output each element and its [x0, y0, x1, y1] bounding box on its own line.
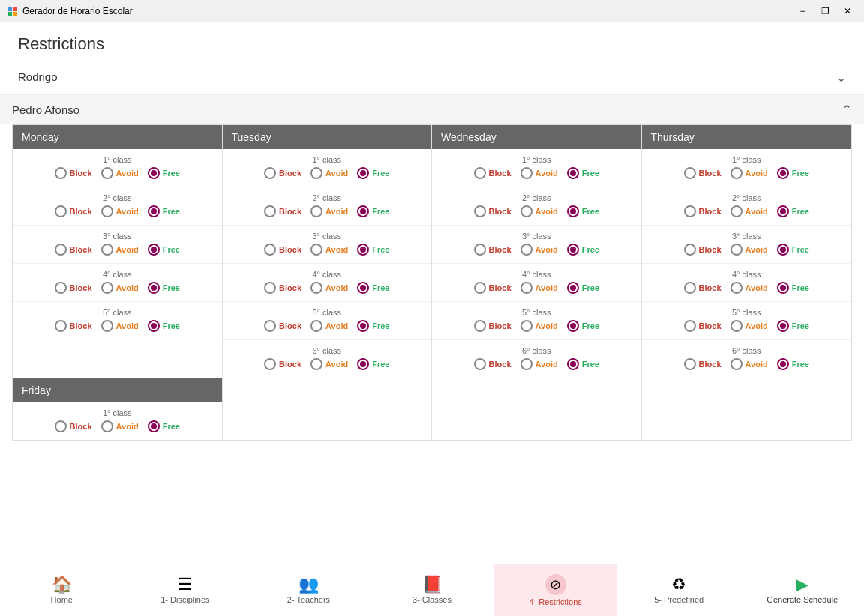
wednesday-slot-2: 2° class Block Avoid Free [432, 187, 641, 226]
wednesday-1-block-radio[interactable] [474, 167, 486, 179]
tuesday-5-free-radio[interactable] [357, 320, 369, 332]
wednesday-5-block-radio[interactable] [474, 320, 486, 332]
minimize-button[interactable]: − [792, 4, 813, 19]
thursday-2-avoid-radio[interactable] [730, 205, 742, 217]
monday-2-avoid-radio[interactable] [101, 205, 113, 217]
friday-1-free-radio[interactable] [148, 420, 160, 432]
tuesday-4-avoid-radio[interactable] [310, 282, 322, 294]
wednesday-1-avoid-radio[interactable] [520, 167, 532, 179]
monday-3-avoid-radio[interactable] [101, 244, 113, 256]
wednesday-6-block-radio[interactable] [474, 358, 486, 370]
section-header: Pedro Afonso ⌃ [0, 95, 864, 124]
monday-3-block-radio[interactable] [55, 244, 67, 256]
teacher-dropdown[interactable]: Rodrigo Pedro Afonso [12, 66, 852, 88]
thursday-slot-4: 4° class Block Avoid Free [642, 264, 852, 302]
thursday-5-free-radio[interactable] [777, 320, 789, 332]
monday-3-radio-group: Block Avoid Free [55, 244, 180, 256]
thursday-slot-2: 2° class Block Avoid Free [642, 187, 852, 226]
teacher-dropdown-row: Rodrigo Pedro Afonso ⌄ [0, 60, 864, 95]
tuesday-1-avoid-radio[interactable] [310, 167, 322, 179]
monday-4-block-radio[interactable] [55, 282, 67, 294]
monday-5-avoid-radio[interactable] [101, 320, 113, 332]
nav-teachers-label: 2- Teachers [287, 595, 330, 604]
tuesday-2-avoid-radio[interactable] [310, 205, 322, 217]
thursday-1-avoid-radio[interactable] [730, 167, 742, 179]
tuesday-1-free-radio[interactable] [357, 167, 369, 179]
wednesday-slot-4: 4° class Block Avoid Free [432, 264, 641, 302]
tuesday-3-block-radio[interactable] [264, 244, 276, 256]
monday-5-block-radio[interactable] [55, 320, 67, 332]
friday-1-avoid-radio[interactable] [101, 420, 113, 432]
monday-4-avoid-radio[interactable] [101, 282, 113, 294]
tuesday-4-block-radio[interactable] [264, 282, 276, 294]
tuesday-2-free-radio[interactable] [357, 205, 369, 217]
thursday-5-avoid-radio[interactable] [730, 320, 742, 332]
wednesday-2-free-radio[interactable] [567, 205, 579, 217]
thursday-6-free-radio[interactable] [777, 358, 789, 370]
wednesday-2-avoid-radio[interactable] [520, 205, 532, 217]
tuesday-slot-2: 2° class Block Avoid Free [223, 187, 432, 226]
tuesday-1-block-radio[interactable] [264, 167, 276, 179]
monday-3-free-radio[interactable] [148, 244, 160, 256]
monday-1-free-radio[interactable] [148, 167, 160, 179]
wednesday-4-free-radio[interactable] [567, 282, 579, 294]
thursday-6-avoid-radio[interactable] [730, 358, 742, 370]
nav-predefined[interactable]: ♻ 5- Predefined [617, 564, 741, 616]
nav-teachers[interactable]: 👥 2- Teachers [247, 564, 370, 616]
nav-home[interactable]: 🏠 Home [0, 564, 124, 616]
wednesday-1-free-radio[interactable] [567, 167, 579, 179]
tuesday-2-block-radio[interactable] [264, 205, 276, 217]
nav-classes[interactable]: 📕 3- Classes [370, 564, 494, 616]
wednesday-6-free-radio[interactable] [567, 358, 579, 370]
wednesday-4-avoid-radio[interactable] [520, 282, 532, 294]
monday-2-free-radio[interactable] [148, 205, 160, 217]
thursday-1-free-radio[interactable] [777, 167, 789, 179]
thursday-1-block-radio[interactable] [684, 167, 696, 179]
thursday-2-free-radio[interactable] [777, 205, 789, 217]
wednesday-4-block-radio[interactable] [474, 282, 486, 294]
monday-2-block-radio[interactable] [55, 205, 67, 217]
tuesday-slot-1: 1° class Block Avoid Free [223, 149, 432, 187]
thursday-4-avoid-radio[interactable] [730, 282, 742, 294]
day-header-monday: Monday [13, 125, 222, 149]
tuesday-slot-3: 3° class Block Avoid Free [223, 226, 432, 264]
monday-slot-4: 4° class Block Avoid Free [13, 264, 222, 302]
monday-5-free-radio[interactable] [148, 320, 160, 332]
tuesday-3-avoid-radio[interactable] [310, 244, 322, 256]
friday-1-block-radio[interactable] [55, 420, 67, 432]
tuesday-6-block-radio[interactable] [264, 358, 276, 370]
tuesday-4-free-radio[interactable] [357, 282, 369, 294]
tuesday-5-avoid-radio[interactable] [310, 320, 322, 332]
thursday-6-block-radio[interactable] [684, 358, 696, 370]
svg-rect-1 [13, 7, 17, 11]
section-collapse-icon[interactable]: ⌃ [842, 103, 852, 116]
tuesday-5-block-radio[interactable] [264, 320, 276, 332]
nav-generate[interactable]: ▶ Generate Schedule [740, 564, 864, 616]
thursday-3-avoid-radio[interactable] [730, 244, 742, 256]
tuesday-6-avoid-radio[interactable] [310, 358, 322, 370]
wednesday-6-avoid-radio[interactable] [520, 358, 532, 370]
tuesday-6-free-radio[interactable] [357, 358, 369, 370]
nav-restrictions[interactable]: ⊘ 4- Restrictions [494, 564, 617, 616]
close-button[interactable]: ✕ [837, 4, 858, 19]
wednesday-3-avoid-radio[interactable] [520, 244, 532, 256]
thursday-4-free-radio[interactable] [777, 282, 789, 294]
wednesday-5-free-radio[interactable] [567, 320, 579, 332]
maximize-button[interactable]: ❐ [814, 4, 836, 19]
monday-4-free-radio[interactable] [148, 282, 160, 294]
bottom-nav: 🏠 Home ☰ 1- Disciplines 👥 2- Teachers 📕 … [0, 564, 864, 616]
tuesday-3-free-radio[interactable] [357, 244, 369, 256]
wednesday-3-block-radio[interactable] [474, 244, 486, 256]
thursday-3-block-radio[interactable] [684, 244, 696, 256]
day-column-empty-2 [432, 378, 642, 440]
wednesday-3-free-radio[interactable] [567, 244, 579, 256]
thursday-4-block-radio[interactable] [684, 282, 696, 294]
wednesday-2-block-radio[interactable] [474, 205, 486, 217]
thursday-3-free-radio[interactable] [777, 244, 789, 256]
wednesday-5-avoid-radio[interactable] [520, 320, 532, 332]
nav-disciplines[interactable]: ☰ 1- Disciplines [124, 564, 248, 616]
thursday-5-block-radio[interactable] [684, 320, 696, 332]
monday-1-block-radio[interactable] [55, 167, 67, 179]
monday-1-avoid-radio[interactable] [101, 167, 113, 179]
thursday-2-block-radio[interactable] [684, 205, 696, 217]
